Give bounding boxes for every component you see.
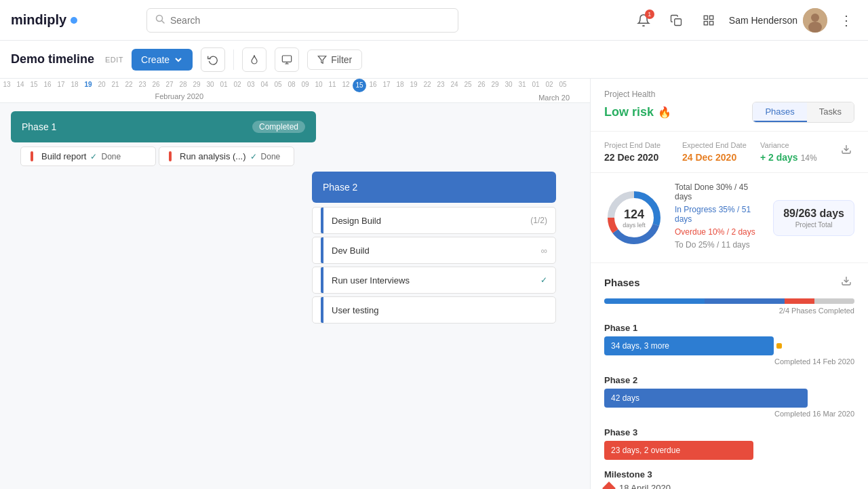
phase1-item-label: Phase 1 bbox=[604, 323, 854, 333]
phase1-completed-date: Completed 14 Feb 2020 bbox=[604, 357, 854, 366]
monitor-button[interactable] bbox=[275, 47, 299, 72]
date-24: 24 bbox=[448, 79, 461, 92]
avatar bbox=[803, 8, 827, 33]
divider bbox=[233, 50, 234, 70]
check-icon3: ✓ bbox=[540, 275, 547, 285]
download-phases-button[interactable] bbox=[838, 273, 854, 292]
milestone3-item: Milestone 3 18 April 2020 bbox=[604, 469, 854, 489]
download-button[interactable] bbox=[838, 141, 854, 160]
date-17: 17 bbox=[54, 79, 68, 91]
svg-line-1 bbox=[162, 20, 165, 23]
subtask-dev-build[interactable]: Dev Build ∞ bbox=[312, 237, 556, 264]
svg-marker-13 bbox=[318, 56, 326, 63]
copy-button[interactable] bbox=[664, 8, 688, 33]
checkmark2-icon: ✓ bbox=[250, 152, 257, 161]
tab-tasks[interactable]: Tasks bbox=[807, 102, 854, 122]
logo-dot bbox=[71, 17, 77, 24]
phases-completed: 2/4 Phases Completed bbox=[604, 307, 854, 315]
date-03: 03 bbox=[244, 79, 258, 92]
subtask-dev-build-label: Dev Build bbox=[332, 246, 536, 256]
expected-end-value: 24 Dec 2020 bbox=[682, 152, 752, 163]
svg-rect-5 bbox=[704, 21, 707, 24]
checkmark-icon: ✓ bbox=[90, 152, 97, 161]
phase3-progress-bar: 23 days, 2 overdue bbox=[604, 441, 753, 460]
date-09: 09 bbox=[298, 79, 312, 92]
project-end-value: 22 Dec 2020 bbox=[604, 152, 674, 163]
date-13: 13 bbox=[0, 79, 14, 91]
health-status: Low risk 🔥 bbox=[604, 105, 671, 119]
date-31: 31 bbox=[515, 79, 529, 92]
milestone3-row: 18 April 2020 bbox=[604, 483, 854, 489]
grid-button[interactable] bbox=[696, 8, 721, 33]
search-bar[interactable] bbox=[146, 8, 458, 33]
svg-rect-2 bbox=[675, 18, 682, 25]
subtask-design-build[interactable]: Design Build (1/2) bbox=[312, 207, 556, 234]
timeline-panel: 13 14 15 16 17 18 19 20 21 22 23 26 27 2… bbox=[0, 79, 590, 489]
expected-end-label: Expected End Date bbox=[682, 141, 752, 149]
donut-center: 124 days left bbox=[623, 208, 646, 229]
subtask-user-testing[interactable]: User testing bbox=[312, 296, 556, 324]
phase1-bar-row: 34 days, 3 more bbox=[604, 336, 854, 355]
days-left-label: days left bbox=[623, 222, 646, 229]
date-19a: 19 bbox=[407, 79, 420, 92]
notification-badge: 1 bbox=[645, 9, 654, 19]
date-18a: 18 bbox=[393, 79, 407, 92]
project-end-label: Project End Date bbox=[604, 141, 674, 149]
edit-button[interactable]: EDIT bbox=[105, 56, 123, 64]
project-total-label: Project Total bbox=[783, 221, 844, 229]
variance-label: Variance bbox=[760, 141, 830, 149]
right-panel: Project Health Low risk 🔥 Phases Tasks P… bbox=[590, 79, 868, 489]
milestone3-date: 18 April 2020 bbox=[619, 483, 671, 489]
date-08: 08 bbox=[285, 79, 298, 92]
top-nav: mindiply 1 bbox=[0, 0, 868, 41]
more-menu-button[interactable]: ⋮ bbox=[835, 9, 857, 31]
task-build-report[interactable]: Build report ✓ Done bbox=[20, 146, 156, 166]
svg-point-8 bbox=[811, 14, 819, 22]
user-info[interactable]: Sam Henderson bbox=[729, 8, 827, 33]
date-27: 27 bbox=[163, 79, 176, 91]
date-25: 25 bbox=[461, 79, 475, 92]
date-22: 22 bbox=[420, 79, 434, 92]
date-15: 15 bbox=[27, 79, 41, 91]
task-build-report-status: Done bbox=[101, 152, 121, 161]
notification-button[interactable]: 1 bbox=[631, 8, 656, 33]
date-30a: 30 bbox=[502, 79, 515, 92]
subtask-indicator3 bbox=[321, 267, 323, 293]
logo-text: mindiply bbox=[11, 12, 66, 28]
date-15-today: 15 bbox=[353, 79, 366, 92]
phase1-status: Completed bbox=[252, 121, 305, 133]
search-input[interactable] bbox=[170, 15, 450, 26]
date-18: 18 bbox=[68, 79, 81, 91]
milestone3-label: Milestone 3 bbox=[604, 469, 854, 480]
refresh-button[interactable] bbox=[201, 47, 225, 72]
phase1-item: Phase 1 34 days, 3 more Completed 14 Feb… bbox=[604, 323, 854, 366]
task-run-analysis[interactable]: Run analysis (...) ✓ Done bbox=[159, 146, 294, 166]
timeline-title: Demo timeline bbox=[11, 52, 94, 66]
fire-button[interactable] bbox=[242, 47, 267, 72]
date-26a: 26 bbox=[149, 79, 163, 91]
phase2-bar[interactable]: Phase 2 bbox=[312, 172, 556, 203]
create-button[interactable]: Create bbox=[132, 49, 193, 71]
date-10: 10 bbox=[312, 79, 326, 92]
bar-todo bbox=[814, 298, 854, 304]
date-23a: 23 bbox=[434, 79, 448, 92]
subtask-design-build-count: (1/2) bbox=[530, 216, 547, 225]
stat-todo: To Do 25% / 11 days bbox=[675, 240, 762, 250]
date-28: 28 bbox=[176, 79, 190, 91]
month-feb: February 2020 bbox=[141, 91, 217, 102]
overall-progress-bar bbox=[604, 298, 854, 304]
project-total-num: 89/263 days bbox=[783, 208, 844, 220]
phase1-bar[interactable]: Phase 1 Completed bbox=[11, 111, 316, 142]
health-title: Project Health bbox=[604, 90, 854, 99]
subtask-run-interviews-label: Run user Interviews bbox=[332, 275, 535, 286]
project-total-box: 89/263 days Project Total bbox=[773, 200, 854, 236]
filter-button[interactable]: Filter bbox=[307, 50, 362, 70]
date-04: 04 bbox=[258, 79, 271, 92]
stat-in-progress: In Progress 35% / 51 days bbox=[675, 205, 762, 224]
bar-completed bbox=[604, 298, 705, 304]
svg-rect-6 bbox=[709, 21, 713, 24]
subtask-run-interviews[interactable]: Run user Interviews ✓ bbox=[312, 267, 556, 294]
tab-phases[interactable]: Phases bbox=[753, 102, 806, 122]
date-02b: 02 bbox=[542, 79, 556, 92]
panel-health: Project Health Low risk 🔥 Phases Tasks bbox=[591, 79, 868, 132]
